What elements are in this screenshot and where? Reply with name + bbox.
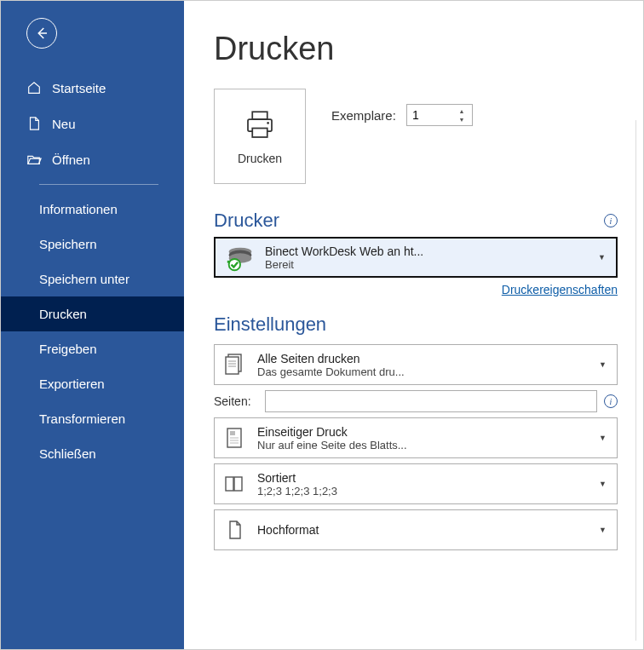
one-sided-icon [223, 426, 245, 450]
main-panel: Drucken Drucken Exemplare: ▲ ▼ [184, 1, 643, 649]
collated-icon [223, 472, 245, 496]
printer-properties-link[interactable]: Druckereigenschaften [502, 283, 618, 296]
home-icon [26, 80, 42, 95]
pages-info-icon[interactable]: i [604, 394, 618, 408]
sidebar-item-oeffnen[interactable]: Öffnen [1, 141, 184, 177]
printer-status: Bereit [265, 258, 589, 271]
setting-subtitle: 1;2;3 1;2;3 1;2;3 [257, 485, 587, 498]
back-arrow-icon [34, 26, 49, 41]
copies-down-button[interactable]: ▼ [454, 115, 469, 124]
sidebar-item-label: Schließen [39, 446, 96, 461]
svg-point-3 [267, 122, 269, 124]
printer-icon [242, 107, 278, 143]
setting-collated[interactable]: Sortiert 1;2;3 1;2;3 1;2;3 ▼ [214, 463, 618, 504]
print-button[interactable]: Drucken [214, 89, 306, 184]
printer-device-icon [224, 243, 256, 272]
sidebar-item-label: Informationen [39, 202, 118, 216]
sidebar-item-label: Öffnen [52, 152, 90, 167]
open-folder-icon [26, 152, 42, 167]
sidebar-item-informationen[interactable]: Informationen [1, 192, 184, 227]
page-title: Drucken [214, 31, 618, 67]
svg-rect-17 [230, 431, 235, 435]
setting-title: Sortiert [257, 471, 587, 485]
sidebar: Startseite Neu Öffnen Informationen Spei… [1, 1, 184, 649]
sidebar-divider [39, 184, 158, 185]
pages-icon [223, 353, 245, 377]
sidebar-item-transformieren[interactable]: Transformieren [1, 401, 184, 436]
chevron-down-icon: ▼ [599, 360, 608, 369]
print-button-label: Drucken [238, 152, 282, 165]
preview-divider [635, 120, 636, 641]
svg-rect-4 [252, 129, 267, 138]
chevron-down-icon: ▼ [599, 480, 608, 488]
sidebar-item-freigeben[interactable]: Freigeben [1, 331, 184, 366]
setting-one-sided[interactable]: Einseitiger Druck Nur auf eine Seite des… [214, 417, 618, 458]
printer-name: Binect WorkDesk Web an ht... [265, 244, 589, 258]
back-button[interactable] [26, 18, 57, 49]
svg-rect-21 [226, 477, 233, 491]
sidebar-item-label: Neu [52, 117, 76, 131]
copies-control: Exemplare: ▲ ▼ [331, 89, 473, 126]
sidebar-item-label: Startseite [52, 81, 106, 95]
sidebar-item-label: Drucken [39, 307, 87, 321]
print-backstage: Startseite Neu Öffnen Informationen Spei… [0, 0, 644, 650]
copies-label: Exemplare: [331, 108, 396, 123]
sidebar-item-startseite[interactable]: Startseite [1, 70, 184, 106]
sidebar-item-label: Exportieren [39, 377, 105, 391]
copies-up-button[interactable]: ▲ [454, 106, 469, 115]
copies-input[interactable] [407, 106, 454, 124]
portrait-icon [223, 518, 245, 542]
copies-spinner[interactable]: ▲ ▼ [406, 104, 473, 126]
pages-label: Seiten: [214, 394, 258, 408]
setting-print-range[interactable]: Alle Seiten drucken Das gesamte Dokument… [214, 344, 618, 385]
sidebar-item-schliessen[interactable]: Schließen [1, 436, 184, 471]
chevron-down-icon: ▼ [599, 434, 608, 442]
sidebar-item-label: Speichern [39, 237, 97, 251]
printer-dropdown[interactable]: Binect WorkDesk Web an ht... Bereit ▼ [214, 237, 618, 278]
svg-rect-12 [226, 357, 239, 374]
chevron-down-icon: ▼ [599, 526, 608, 534]
sidebar-item-label: Transformieren [39, 411, 125, 426]
sidebar-item-neu[interactable]: Neu [1, 106, 184, 141]
sidebar-item-speichern-unter[interactable]: Speichern unter [1, 262, 184, 296]
sidebar-item-speichern[interactable]: Speichern [1, 227, 184, 262]
setting-subtitle: Das gesamte Dokument dru... [257, 365, 587, 378]
new-document-icon [26, 116, 42, 131]
svg-rect-1 [252, 112, 267, 119]
sidebar-item-exportieren[interactable]: Exportieren [1, 366, 184, 401]
setting-subtitle: Nur auf eine Seite des Blatts... [257, 439, 587, 452]
chevron-down-icon: ▼ [598, 253, 607, 262]
setting-title: Einseitiger Druck [257, 425, 587, 439]
settings-section-title: Einstellungen [214, 313, 618, 336]
sidebar-item-drucken[interactable]: Drucken [1, 296, 184, 331]
setting-title: Alle Seiten drucken [257, 352, 587, 365]
sidebar-item-label: Freigeben [39, 342, 97, 356]
printer-section-title: Drucker [214, 210, 279, 232]
setting-orientation[interactable]: Hochformat ▼ [214, 509, 618, 550]
setting-title: Hochformat [257, 523, 587, 537]
pages-input[interactable] [265, 390, 597, 412]
printer-info-icon[interactable]: i [604, 214, 618, 227]
sidebar-item-label: Speichern unter [39, 272, 129, 286]
svg-rect-22 [234, 477, 242, 491]
